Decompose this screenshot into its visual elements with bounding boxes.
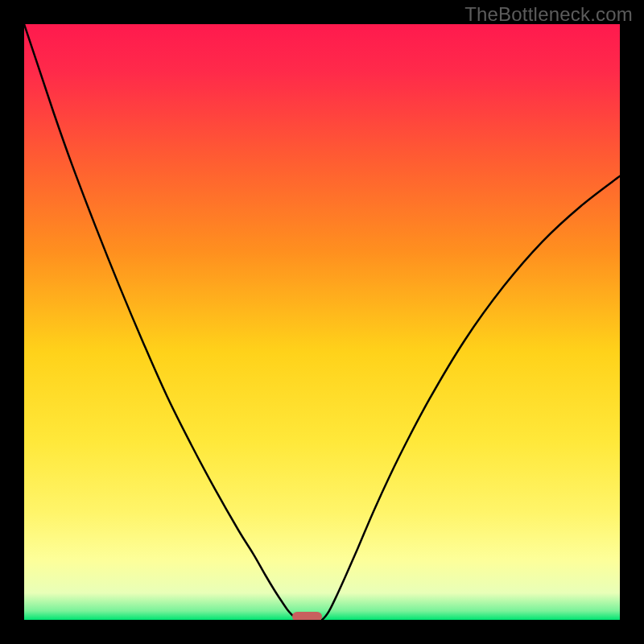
bottleneck-curve [24,24,620,620]
watermark-text: TheBottleneck.com [464,3,633,26]
curve-left-branch [24,24,298,620]
plot-area [24,24,620,620]
curve-right-branch [322,176,620,620]
chart-frame: TheBottleneck.com [0,0,644,644]
optimal-range-marker [292,612,322,620]
